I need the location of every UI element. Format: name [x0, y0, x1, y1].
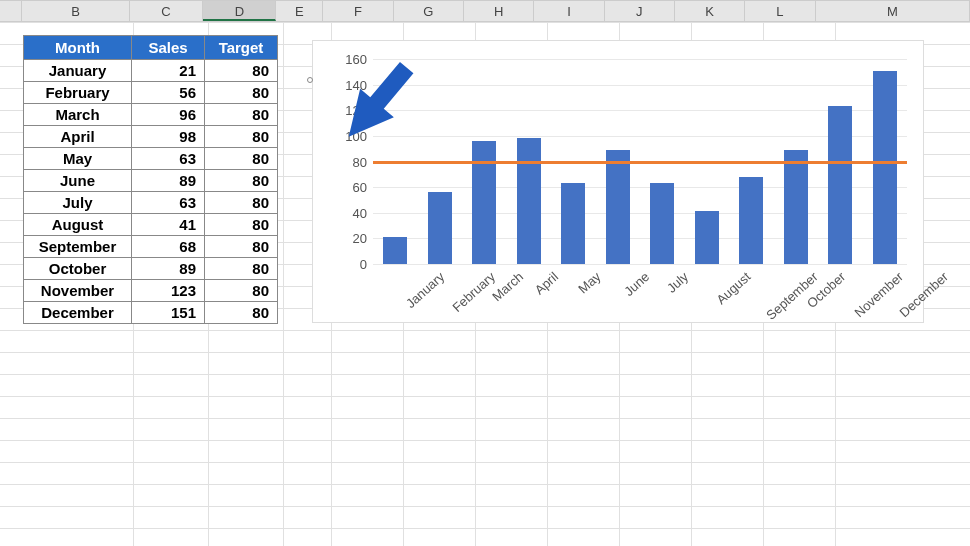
cell-target[interactable]: 80	[205, 280, 278, 302]
column-header-c[interactable]: C	[130, 0, 203, 21]
chart-y-tick-label: 60	[333, 180, 367, 195]
chart-bar[interactable]	[739, 177, 763, 264]
cell-sales[interactable]: 89	[132, 258, 205, 280]
cell-sales[interactable]: 96	[132, 104, 205, 126]
cell-sales[interactable]: 98	[132, 126, 205, 148]
gridline-horizontal	[0, 374, 970, 375]
chart-gridline	[373, 136, 907, 137]
chart-bar[interactable]	[784, 150, 808, 264]
cell-month[interactable]: April	[24, 126, 132, 148]
table-row[interactable]: August4180	[24, 214, 278, 236]
annotation-arrow-icon	[322, 48, 432, 158]
table-row[interactable]: February5680	[24, 82, 278, 104]
chart-gridline	[373, 264, 907, 265]
row-header-gutter	[0, 0, 22, 21]
chart-bar[interactable]	[561, 183, 585, 264]
cell-target[interactable]: 80	[205, 192, 278, 214]
cell-month[interactable]: November	[24, 280, 132, 302]
chart-x-tick-label: July	[664, 269, 691, 296]
chart-x-tick-label: May	[576, 269, 604, 297]
table-row[interactable]: November12380	[24, 280, 278, 302]
gridline-horizontal	[0, 352, 970, 353]
cell-target[interactable]: 80	[205, 170, 278, 192]
cell-sales[interactable]: 41	[132, 214, 205, 236]
column-header-k[interactable]: K	[675, 0, 745, 21]
table-row[interactable]: January2180	[24, 60, 278, 82]
cell-sales[interactable]: 151	[132, 302, 205, 324]
cell-target[interactable]: 80	[205, 104, 278, 126]
cell-sales[interactable]: 63	[132, 192, 205, 214]
cell-sales[interactable]: 21	[132, 60, 205, 82]
chart-bar[interactable]	[828, 106, 852, 264]
column-header-d[interactable]: D	[203, 0, 276, 21]
chart-target-line[interactable]	[373, 161, 907, 164]
column-header-i[interactable]: I	[534, 0, 604, 21]
cell-month[interactable]: December	[24, 302, 132, 324]
cell-target[interactable]: 80	[205, 302, 278, 324]
column-header-e[interactable]: E	[276, 0, 323, 21]
chart-selection-handle[interactable]	[307, 77, 313, 83]
cell-target[interactable]: 80	[205, 148, 278, 170]
table-row[interactable]: June8980	[24, 170, 278, 192]
cell-month[interactable]: January	[24, 60, 132, 82]
chart-bar[interactable]	[517, 138, 541, 264]
gridline-horizontal	[0, 528, 970, 529]
cell-target[interactable]: 80	[205, 126, 278, 148]
table-row[interactable]: April9880	[24, 126, 278, 148]
column-header-b[interactable]: B	[22, 0, 129, 21]
chart-gridline	[373, 187, 907, 188]
table-row[interactable]: March9680	[24, 104, 278, 126]
chart-bar[interactable]	[472, 141, 496, 264]
table-row[interactable]: September6880	[24, 236, 278, 258]
chart-bar[interactable]	[695, 211, 719, 264]
gridline-horizontal	[0, 506, 970, 507]
chart-bar[interactable]	[428, 192, 452, 264]
column-header-j[interactable]: J	[605, 0, 675, 21]
column-headers: BCDEFGHIJKLM	[0, 0, 970, 22]
chart-bar[interactable]	[383, 237, 407, 264]
column-header-g[interactable]: G	[394, 0, 464, 21]
gridline-horizontal	[0, 418, 970, 419]
cell-sales[interactable]: 123	[132, 280, 205, 302]
cell-sales[interactable]: 63	[132, 148, 205, 170]
table-row[interactable]: May6380	[24, 148, 278, 170]
chart-x-tick-label: June	[621, 269, 652, 299]
chart-x-tick-label: November	[852, 269, 907, 320]
cell-target[interactable]: 80	[205, 82, 278, 104]
table-header-month[interactable]: Month	[24, 36, 132, 60]
chart-gridline	[373, 110, 907, 111]
chart-bar[interactable]	[873, 71, 897, 264]
column-header-l[interactable]: L	[745, 0, 815, 21]
cell-sales[interactable]: 56	[132, 82, 205, 104]
table-header-sales[interactable]: Sales	[132, 36, 205, 60]
cell-month[interactable]: October	[24, 258, 132, 280]
chart-bar[interactable]	[606, 150, 630, 264]
table-row[interactable]: October8980	[24, 258, 278, 280]
svg-marker-0	[332, 53, 424, 150]
chart-bar[interactable]	[650, 183, 674, 264]
column-header-f[interactable]: F	[323, 0, 393, 21]
cell-target[interactable]: 80	[205, 214, 278, 236]
table-header-target[interactable]: Target	[205, 36, 278, 60]
cell-sales[interactable]: 68	[132, 236, 205, 258]
spreadsheet-sheet[interactable]: BCDEFGHIJKLM MonthSalesTarget January218…	[0, 0, 970, 546]
cell-month[interactable]: February	[24, 82, 132, 104]
cell-month[interactable]: July	[24, 192, 132, 214]
cell-target[interactable]: 80	[205, 60, 278, 82]
chart-x-tick-label: January	[403, 269, 447, 311]
column-header-m[interactable]: M	[816, 0, 970, 21]
cell-month[interactable]: June	[24, 170, 132, 192]
column-header-h[interactable]: H	[464, 0, 534, 21]
cell-target[interactable]: 80	[205, 258, 278, 280]
cell-month[interactable]: March	[24, 104, 132, 126]
cell-month[interactable]: August	[24, 214, 132, 236]
table-row[interactable]: December15180	[24, 302, 278, 324]
chart-y-tick-label: 40	[333, 205, 367, 220]
cell-target[interactable]: 80	[205, 236, 278, 258]
cell-month[interactable]: May	[24, 148, 132, 170]
table-row[interactable]: July6380	[24, 192, 278, 214]
cell-sales[interactable]: 89	[132, 170, 205, 192]
gridline-horizontal	[0, 462, 970, 463]
chart-plot-area[interactable]: 020406080100120140160	[373, 59, 907, 264]
cell-month[interactable]: September	[24, 236, 132, 258]
